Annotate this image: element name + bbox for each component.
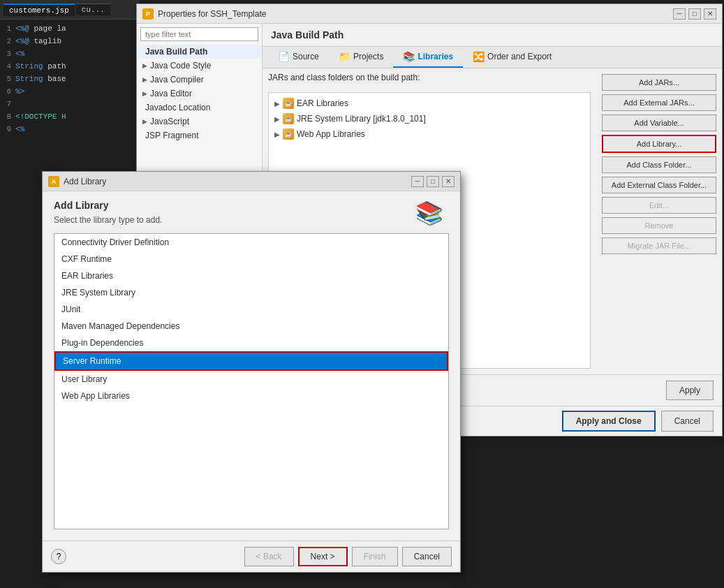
nav-label: Java Build Path (145, 47, 207, 57)
lib-item-user-library[interactable]: User Library (54, 371, 448, 388)
finish-button: Finish (352, 547, 398, 566)
add-variable-button[interactable]: Add Variable... (602, 115, 716, 131)
add-external-jars-button[interactable]: Add External JARs... (602, 94, 716, 111)
dialog-controls: ─ □ ✕ (411, 176, 455, 187)
dialog-close-button[interactable]: ✕ (442, 176, 455, 187)
tree-item-jre[interactable]: ▶ ☕ JRE System Library [jdk1.8.0_101] (272, 111, 587, 126)
code-line-4: 4String path (0, 60, 140, 73)
nav-item-java-code-style[interactable]: ▶ Java Code Style (137, 59, 262, 73)
filter-input[interactable] (140, 27, 258, 41)
properties-icon: P (142, 8, 154, 20)
apply-button[interactable]: Apply (666, 381, 714, 400)
source-tab-icon: 📄 (278, 51, 290, 62)
nav-item-javadoc[interactable]: Javadoc Location (137, 101, 262, 115)
lib-item-cxf[interactable]: CXF Runtime (54, 251, 448, 267)
library-list: Connectivity Driver Definition CXF Runti… (54, 233, 449, 529)
tree-item-ear[interactable]: ▶ ☕ EAR Libraries (272, 96, 587, 111)
nav-label: Java Code Style (150, 61, 211, 71)
dialog-header-row: Add Library Select the library type to a… (54, 200, 449, 233)
editor-tab-bar: customers.jsp cu... (0, 0, 140, 20)
add-jars-button[interactable]: Add JARs... (602, 74, 716, 91)
window-controls: ─ □ ✕ (673, 8, 716, 20)
tab-libraries-label: Libraries (418, 52, 453, 61)
action-buttons-panel: Add JARs... Add External JARs... Add Var… (596, 68, 722, 374)
tree-arrow-webapp: ▶ (274, 131, 280, 138)
dialog-cancel-button[interactable]: Cancel (402, 547, 452, 566)
lib-item-maven[interactable]: Maven Managed Dependencies (54, 318, 448, 335)
dialog-heading: Add Library (54, 200, 162, 211)
minimize-button[interactable]: ─ (673, 8, 686, 20)
tab-source-label: Source (293, 52, 319, 61)
nav-item-javascript[interactable]: ▶ JavaScript (137, 115, 262, 128)
migrate-jar-button: Migrate JAR File... (602, 237, 716, 254)
nav-item-java-compiler[interactable]: ▶ Java Compiler (137, 73, 262, 87)
dialog-minimize-button[interactable]: ─ (411, 176, 424, 187)
apply-close-button[interactable]: Apply and Close (562, 411, 656, 432)
tab-libraries[interactable]: 📚 Libraries (393, 47, 463, 68)
code-line-5: 5String base (0, 73, 140, 85)
remove-button: Remove (602, 217, 716, 234)
lib-icon-jre: ☕ (283, 113, 294, 124)
lib-item-webapp[interactable]: Web App Libraries (54, 388, 448, 404)
dialog-header-text: Add Library Select the library type to a… (54, 200, 162, 233)
code-lines: 1<%@ page la 2<%@ taglib 3<% 4String pat… (0, 20, 140, 138)
restore-button[interactable]: □ (688, 8, 701, 20)
tree-label-webapp: Web App Libraries (297, 129, 365, 139)
tab-projects[interactable]: 📁 Projects (329, 47, 393, 68)
tree-item-webapp[interactable]: ▶ ☕ Web App Libraries (272, 126, 587, 142)
lib-item-jre[interactable]: JRE System Library (54, 284, 448, 301)
lib-icon-ear: ☕ (283, 98, 294, 109)
back-button[interactable]: < Back (244, 547, 294, 566)
nav-item-jsp-fragment[interactable]: JSP Fragment (137, 128, 262, 142)
next-button[interactable]: Next > (298, 547, 348, 566)
dialog-title: Add Library (64, 177, 106, 186)
nav-arrow-code-style: ▶ (142, 62, 147, 69)
nav-label: Java Compiler (150, 75, 204, 84)
code-line-6: 6%> (0, 85, 140, 98)
nav-item-java-editor[interactable]: ▶ Java Editor (137, 87, 262, 101)
code-line-7: 7 (0, 98, 140, 110)
dialog-icon: A (48, 176, 59, 187)
help-button[interactable]: ? (51, 549, 66, 564)
dialog-footer: ? < Back Next > Finish Cancel (43, 541, 460, 572)
tree-arrow-jre: ▶ (274, 115, 280, 123)
footer-left: ? (51, 549, 66, 564)
tab-order-export[interactable]: 🔀 Order and Export (463, 47, 561, 68)
lib-item-ear[interactable]: EAR Libraries (54, 267, 448, 284)
nav-arrow-editor: ▶ (142, 90, 147, 97)
tab-source[interactable]: 📄 Source (268, 47, 329, 68)
close-button[interactable]: ✕ (704, 8, 716, 20)
add-class-folder-button[interactable]: Add Class Folder... (602, 156, 716, 173)
add-library-button[interactable]: Add Library... (602, 135, 716, 153)
editor-tab-cu[interactable]: cu... (76, 3, 110, 15)
tree-arrow-ear: ▶ (274, 100, 280, 108)
titlebar-left: P Properties for SSH_Template (142, 8, 266, 20)
add-library-dialog: A Add Library ─ □ ✕ Add Library Select t… (42, 171, 461, 573)
nav-arrow-compiler: ▶ (142, 76, 147, 83)
code-line-8: 8<!DOCTYPE H (0, 110, 140, 123)
nav-arrow-js: ▶ (142, 118, 147, 125)
tab-projects-label: Projects (353, 52, 383, 61)
books-icon: 📚 (415, 200, 449, 233)
tree-label-jre: JRE System Library [jdk1.8.0_101] (297, 114, 426, 124)
libraries-tab-icon: 📚 (403, 51, 415, 62)
dialog-restore-button[interactable]: □ (427, 176, 439, 187)
nav-label: Javadoc Location (145, 103, 210, 112)
code-line-1: 1<%@ page la (0, 22, 140, 35)
editor-tab-customers[interactable]: customers.jsp (3, 3, 75, 16)
code-line-2: 2<%@ taglib (0, 35, 140, 47)
window-title: Properties for SSH_Template (158, 9, 266, 19)
properties-titlebar: P Properties for SSH_Template ─ □ ✕ (137, 4, 722, 24)
nav-label: JSP Fragment (145, 131, 198, 140)
lib-item-connectivity[interactable]: Connectivity Driver Definition (54, 234, 448, 251)
nav-item-java-build-path[interactable]: Java Build Path (137, 45, 262, 59)
nav-label: Java Editor (150, 89, 192, 98)
nav-label: JavaScript (150, 117, 189, 126)
lib-item-plugin[interactable]: Plug-in Dependencies (54, 335, 448, 351)
tabs-bar: 📄 Source 📁 Projects 📚 Libraries 🔀 Order … (263, 47, 722, 68)
add-external-class-folder-button[interactable]: Add External Class Folder... (602, 177, 716, 193)
dialog-body: Add Library Select the library type to a… (43, 191, 460, 541)
lib-item-server-runtime[interactable]: Server Runtime (54, 351, 448, 371)
cancel-main-button[interactable]: Cancel (661, 411, 714, 432)
lib-item-junit[interactable]: JUnit (54, 301, 448, 318)
